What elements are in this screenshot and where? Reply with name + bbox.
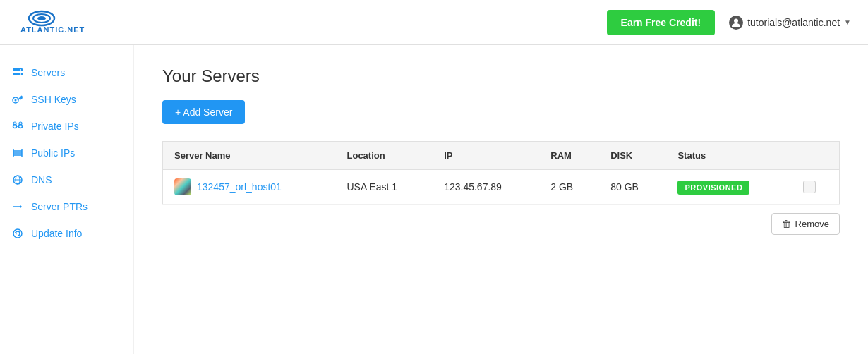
header-right: Earn Free Credit! tutorials@atlantic.net… bbox=[607, 10, 851, 35]
svg-point-8 bbox=[20, 73, 21, 75]
user-avatar-icon bbox=[729, 16, 743, 30]
server-icon bbox=[174, 178, 191, 195]
sidebar-item-server-ptrs[interactable]: Server PTRs bbox=[0, 193, 133, 220]
svg-marker-25 bbox=[20, 205, 22, 209]
cell-disk: 80 GB bbox=[599, 170, 666, 205]
remove-area: 🗑 Remove bbox=[162, 213, 840, 235]
public-ips-icon bbox=[11, 147, 24, 159]
cell-location: USA East 1 bbox=[336, 170, 433, 205]
cell-status: PROVISIONED bbox=[666, 170, 792, 205]
col-server-name: Server Name bbox=[163, 142, 336, 170]
sidebar-item-public-ips[interactable]: Public IPs bbox=[0, 140, 133, 166]
sidebar-item-update-info[interactable]: Update Info bbox=[0, 220, 133, 247]
sidebar-item-private-ips[interactable]: Private IPs bbox=[0, 113, 133, 140]
sidebar-private-ips-label: Private IPs bbox=[31, 121, 79, 132]
server-name-text: 132457_orl_host01 bbox=[197, 181, 282, 193]
dns-icon bbox=[11, 173, 24, 186]
sidebar: Servers SSH Keys bbox=[0, 45, 134, 354]
svg-point-26 bbox=[13, 229, 22, 238]
col-ip: IP bbox=[433, 142, 539, 170]
status-badge: PROVISIONED bbox=[677, 181, 749, 195]
table-header-row: Server Name Location IP RAM DISK Status bbox=[163, 142, 840, 170]
server-ptrs-icon bbox=[11, 200, 24, 213]
ssh-keys-icon bbox=[11, 93, 24, 106]
remove-label: Remove bbox=[795, 219, 829, 229]
svg-text:ATLANTIC.NET: ATLANTIC.NET bbox=[20, 25, 85, 34]
earn-credit-button[interactable]: Earn Free Credit! bbox=[607, 10, 716, 35]
user-email-label: tutorials@atlantic.net bbox=[747, 17, 840, 28]
col-ram: RAM bbox=[539, 142, 599, 170]
cell-checkbox[interactable] bbox=[792, 170, 839, 205]
table-row: 132457_orl_host01 USA East 1 123.45.67.8… bbox=[163, 170, 840, 205]
logo-area: ATLANTIC.NET bbox=[17, 7, 102, 38]
cell-ram: 2 GB bbox=[539, 170, 599, 205]
sidebar-ssh-keys-label: SSH Keys bbox=[31, 94, 76, 105]
col-location: Location bbox=[336, 142, 433, 170]
cell-ip: 123.45.67.89 bbox=[433, 170, 539, 205]
col-select bbox=[792, 142, 839, 170]
sidebar-server-ptrs-label: Server PTRs bbox=[31, 201, 88, 212]
page-title: Your Servers bbox=[162, 66, 840, 86]
servers-icon bbox=[11, 66, 24, 79]
header: ATLANTIC.NET Earn Free Credit! tutorials… bbox=[0, 0, 868, 45]
col-status: Status bbox=[666, 142, 792, 170]
sidebar-item-dns[interactable]: DNS bbox=[0, 166, 133, 193]
sidebar-dns-label: DNS bbox=[31, 174, 52, 185]
trash-icon: 🗑 bbox=[782, 219, 791, 229]
col-disk: DISK bbox=[599, 142, 666, 170]
sidebar-item-servers[interactable]: Servers bbox=[0, 59, 133, 86]
sidebar-public-ips-label: Public IPs bbox=[31, 147, 75, 159]
remove-button[interactable]: 🗑 Remove bbox=[771, 213, 840, 235]
servers-table: Server Name Location IP RAM DISK Status … bbox=[162, 141, 840, 205]
svg-point-2 bbox=[37, 16, 46, 20]
svg-point-10 bbox=[15, 99, 17, 102]
row-checkbox[interactable] bbox=[803, 181, 816, 193]
main-content: Your Servers + Add Server Server Name Lo… bbox=[134, 45, 868, 354]
server-name-link[interactable]: 132457_orl_host01 bbox=[174, 178, 325, 195]
update-info-icon bbox=[11, 227, 24, 240]
sidebar-servers-label: Servers bbox=[31, 67, 65, 78]
svg-point-4 bbox=[734, 18, 738, 23]
svg-point-7 bbox=[20, 69, 21, 71]
chevron-down-icon: ▼ bbox=[844, 18, 851, 26]
sidebar-update-info-label: Update Info bbox=[31, 228, 82, 239]
logo: ATLANTIC.NET bbox=[17, 7, 102, 38]
cell-server-name: 132457_orl_host01 bbox=[163, 170, 336, 205]
private-ips-icon bbox=[11, 120, 24, 133]
user-menu[interactable]: tutorials@atlantic.net ▼ bbox=[729, 16, 851, 30]
sidebar-item-ssh-keys[interactable]: SSH Keys bbox=[0, 86, 133, 113]
add-server-button[interactable]: + Add Server bbox=[162, 100, 245, 124]
layout: Servers SSH Keys bbox=[0, 45, 868, 354]
